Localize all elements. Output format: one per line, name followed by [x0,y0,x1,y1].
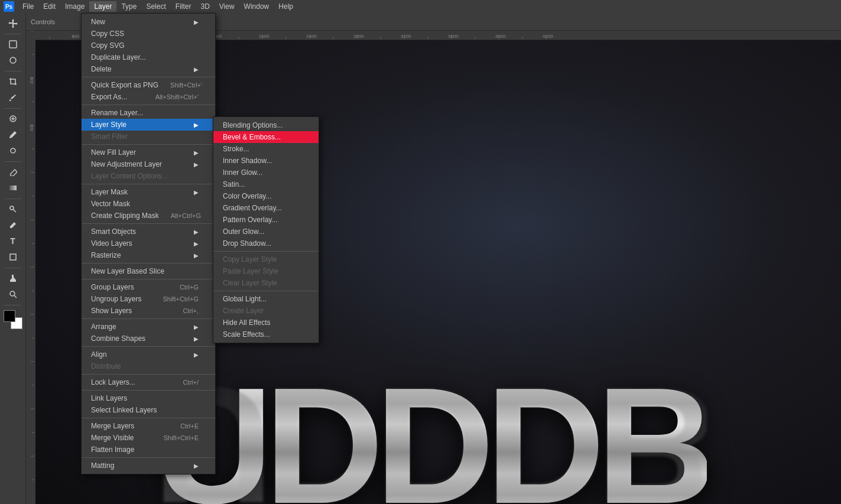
submenu-create-layer[interactable]: Create Layer [213,305,319,317]
menu-item-link-layers[interactable]: Link Layers [82,392,215,404]
submenu-gradient-overlay[interactable]: Gradient Overlay... [213,202,319,214]
menu-3d[interactable]: 3D [196,1,214,12]
submenu-copy-layer-style[interactable]: Copy Layer Style [213,253,319,265]
tool-brush[interactable] [2,127,24,142]
submenu-clear-layer-style[interactable]: Clear Layer Style [213,277,319,289]
menu-item-arrange[interactable]: Arrange ▶ [82,321,215,333]
menu-filter[interactable]: Filter [171,1,196,12]
menu-layer[interactable]: Layer [89,1,116,12]
tool-shape[interactable] [2,249,24,265]
menu-item-show-layers[interactable]: Show Layers Ctrl+, [82,305,215,317]
tool-heal[interactable] [2,111,24,126]
tool-eyedropper[interactable] [2,90,24,105]
tool-selection[interactable] [2,37,24,52]
tool-dodge[interactable] [2,201,24,217]
menu-file[interactable]: File [18,1,38,12]
submenu-color-overlay[interactable]: Color Overlay... [213,190,319,202]
menu-item-group-layers[interactable]: Group Layers Ctrl+G [82,281,215,293]
submenu-drop-shadow[interactable]: Drop Shadow... [213,238,319,249]
menu-item-smart-filter[interactable]: Smart Filter [82,131,215,142]
menu-item-distribute[interactable]: Distribute [82,360,215,372]
foreground-color-swatch[interactable] [4,310,15,322]
menu-item-copy-svg[interactable]: Copy SVG [82,40,215,51]
menu-type[interactable]: Type [116,1,141,12]
menu-item-merge-visible[interactable]: Merge Visible Shift+Ctrl+E [82,432,215,444]
menu-item-export-as[interactable]: Export As... Alt+Shift+Ctrl+' [82,91,215,103]
submenu-global-light[interactable]: Global Light... [213,293,319,305]
submenu-paste-layer-style[interactable]: Paste Layer Style [213,265,319,277]
tool-separator-7 [5,305,21,305]
tool-separator-4 [5,161,21,162]
menu-item-new-fill-layer[interactable]: New Fill Layer ▶ [82,147,215,158]
menu-select[interactable]: Select [141,1,170,12]
ps-logo: Ps [2,0,15,13]
submenu-blending-options[interactable]: Blending Options... [213,119,319,131]
submenu-hide-all-effects[interactable]: Hide All Effects [213,317,319,329]
options-text: Controls [31,18,55,25]
menu-item-select-linked-layers[interactable]: Select Linked Layers [82,404,215,416]
menu-window[interactable]: Window [239,1,274,12]
svg-point-13 [10,291,15,296]
submenu-satin[interactable]: Satin... [213,178,319,190]
menu-item-layer-content-options[interactable]: Layer Content Options... [82,170,215,182]
menu-image[interactable]: Image [60,1,89,12]
svg-text:Ps: Ps [5,4,13,10]
submenu-scale-effects[interactable]: Scale Effects... [213,329,319,340]
menu-item-duplicate-layer[interactable]: Duplicate Layer... [82,51,215,63]
menu-item-copy-css[interactable]: Copy CSS [82,28,215,40]
menu-item-vector-mask[interactable]: Vector Mask [82,198,215,210]
menu-item-rename-layer[interactable]: Rename Layer... [82,107,215,119]
menu-item-combine-shapes[interactable]: Combine Shapes ▶ [82,333,215,344]
menu-item-new[interactable]: New ▶ [82,16,215,28]
tool-text[interactable]: T [2,233,24,249]
submenu-inner-glow[interactable]: Inner Glow... [213,167,319,178]
svg-rect-12 [10,254,16,260]
menu-item-smart-objects[interactable]: Smart Objects ▶ [82,226,215,238]
menu-item-video-layers[interactable]: Video Layers ▶ [82,238,215,249]
submenu-stroke[interactable]: Stroke... [213,143,319,155]
menu-item-layer-mask[interactable]: Layer Mask ▶ [82,186,215,198]
menu-item-matting[interactable]: Matting ▶ [82,460,215,472]
menubar: Ps File Edit Image Layer Type Select Fil… [0,0,841,13]
tool-move[interactable] [2,15,24,31]
menu-item-new-layer-based-slice[interactable]: New Layer Based Slice [82,265,215,277]
menu-item-ungroup-layers[interactable]: Ungroup Layers Shift+Ctrl+G [82,293,215,305]
color-swatches[interactable] [4,310,22,329]
menu-item-quick-export[interactable]: Quick Export as PNG Shift+Ctrl+' [82,79,215,91]
menu-item-flatten-image[interactable]: Flatten Image [82,444,215,456]
separator-7 [82,279,215,279]
svg-line-11 [13,209,16,212]
separator-10 [82,374,215,375]
svg-text:3600: 3600 [448,34,459,39]
menu-item-create-clipping-mask[interactable]: Create Clipping Mask Alt+Ctrl+G [82,210,215,222]
menu-item-new-adjustment-layer[interactable]: New Adjustment Layer ▶ [82,158,215,170]
submenu-outer-glow[interactable]: Outer Glow... [213,226,319,238]
submenu-inner-shadow[interactable]: Inner Shadow... [213,155,319,167]
separator-2 [82,105,215,105]
menu-item-layer-style[interactable]: Layer Style ▶ Blending Options... Bevel … [82,119,215,131]
svg-text:4000: 4000 [495,34,506,39]
tool-eraser[interactable] [2,164,24,180]
svg-point-7 [9,136,11,138]
menu-item-rasterize[interactable]: Rasterize ▶ [82,249,215,261]
menu-view[interactable]: View [215,1,239,12]
menu-edit[interactable]: Edit [38,1,60,12]
menu-item-lock-layers[interactable]: Lock Layers... Ctrl+/ [82,376,215,388]
submenu-pattern-overlay[interactable]: Pattern Overlay... [213,214,319,226]
menu-item-merge-layers[interactable]: Merge Layers Ctrl+E [82,420,215,432]
svg-point-8 [11,148,15,153]
tool-zoom[interactable] [2,287,24,302]
tool-pen[interactable] [2,217,24,233]
tool-crop[interactable] [2,74,24,89]
menu-item-delete[interactable]: Delete ▶ [82,63,215,75]
layer-menu-dropdown: New ▶ Copy CSS Copy SVG Duplicate Layer.… [81,13,216,474]
tool-gradient[interactable] [2,180,24,196]
tool-hand[interactable] [2,271,24,286]
tool-clone[interactable] [2,143,24,158]
svg-text:400: 400 [30,124,34,131]
submenu-bevel-emboss[interactable]: Bevel & Emboss... [213,131,319,143]
svg-point-3 [10,57,16,63]
tool-lasso[interactable] [2,53,24,68]
menu-help[interactable]: Help [274,1,298,12]
menu-item-align[interactable]: Align ▶ [82,349,215,360]
